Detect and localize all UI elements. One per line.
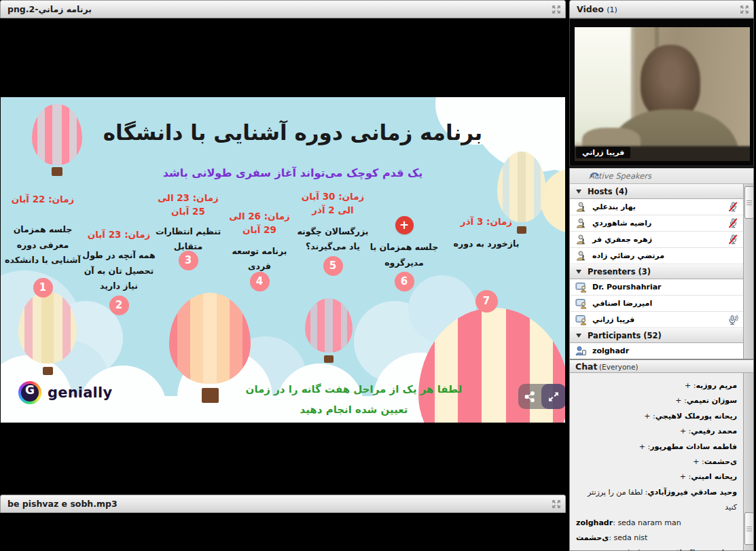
chat-message: محمد رفيعي: +: [570, 424, 743, 439]
attendee-name: اميررضا اصنافي: [592, 299, 652, 308]
share-pod-titlebar: برنامه زماني-2.png: [0, 0, 566, 18]
chat-sender-name: zolghadr: [576, 518, 613, 527]
chat-message-text: +: [639, 442, 645, 451]
attendee-row[interactable]: فريبا زراني: [570, 312, 743, 328]
chat-sender-name: فاطمه سادات مطهرپور: [650, 442, 737, 451]
slide-subtitle: یک قدم کوچک می‌تواند آغاز سفری طولانی با…: [103, 166, 483, 179]
mic-muted-icon: [727, 217, 739, 229]
timeline-step: زمان: 26 الی 29 آبانبرنامه توسعه فردی4: [225, 209, 294, 291]
host-role-icon: [575, 250, 587, 262]
attendees-scroll-thumb[interactable]: [744, 186, 754, 219]
attendee-row[interactable]: مرتضي رضائي زاده: [570, 248, 743, 264]
step-date-label: +: [395, 216, 414, 234]
shared-slide: برنامه زمانی دوره آشنایی با دانشگاه یک ق…: [1, 97, 565, 423]
mic-muted-icon: [727, 201, 739, 213]
attendee-section-header[interactable]: Participants (52): [570, 328, 743, 343]
slide-footer-note: لطفا هر یک از مراحل هفت گانه را در زمان …: [198, 379, 510, 420]
chat-scroll-thumb[interactable]: [744, 512, 754, 545]
attendee-row[interactable]: zolghadr: [570, 343, 743, 359]
presenter-role-icon: [575, 281, 587, 293]
step-date-label: زمان: 3 آذر: [442, 215, 530, 228]
attendee-name: zolghadr: [592, 346, 629, 355]
attendee-row[interactable]: راضيه شاهوردي: [570, 215, 743, 232]
step-description: بازخورد به دوره: [442, 236, 530, 252]
timeline-step: زمان: 30 آبان الی 2 آذربزرگسالان چگونه ی…: [295, 190, 370, 276]
audio-pod-content: [0, 513, 566, 551]
chat-message-text: +: [693, 457, 699, 466]
genially-logo[interactable]: G genially: [18, 381, 112, 404]
share-button[interactable]: [518, 384, 541, 409]
hot-air-balloon: [32, 104, 82, 176]
chat-message: zolghadr: seda naram man: [570, 516, 743, 531]
collapse-triangle-icon: [576, 334, 581, 338]
section-label: Presenters (3): [588, 267, 651, 277]
step-number-badge: 2: [109, 296, 129, 315]
hot-air-balloon: [18, 291, 77, 375]
chat-sender-name: ريحانه پورملک لاهيجي: [655, 548, 737, 551]
step-date-label: زمان: 26 الی 29 آبان: [225, 209, 294, 237]
step-date-label: زمان: 23 الی 25 آبان: [154, 191, 222, 219]
chat-messages: مريم روزبه: +سوزان نعيمي: +ريحانه پورملک…: [570, 373, 743, 551]
step-number-badge: 6: [395, 272, 414, 291]
chat-message-text: +: [685, 381, 691, 390]
pod-expand-icon-glyph: [739, 4, 750, 15]
attendee-row[interactable]: بهار بندعلي: [570, 199, 743, 215]
attendee-row[interactable]: Dr. Pourshahriar: [570, 279, 743, 296]
section-label: Participants (52): [588, 331, 662, 340]
audio-pod-expand-button[interactable]: [551, 499, 562, 510]
chat-message-text: +: [680, 427, 686, 436]
chat-title: Chat: [575, 361, 597, 372]
attendee-row[interactable]: زهره جعفري فر: [570, 232, 743, 248]
attendee-row[interactable]: اميررضا اصنافي: [570, 296, 743, 312]
chat-sender-name: ريحانه پورملک لاهيجي: [655, 412, 737, 421]
timeline-step: +جلسه همزمان با مدیرگروه6: [367, 216, 441, 291]
share-pod-expand-button[interactable]: [551, 4, 562, 15]
attendee-name: بهار بندعلي: [592, 202, 636, 211]
hot-air-balloon: [305, 298, 353, 363]
chat-message: فاطمه سادات مطهرپور: +: [570, 440, 743, 455]
genially-logo-icon: G: [18, 381, 41, 404]
timeline-step: زمان: 23 الی 25 آبانتنظیم انتظارات متقاب…: [154, 191, 222, 270]
step-number-badge: 7: [475, 290, 498, 313]
participant-role-icon: [575, 345, 587, 357]
chat-pod: Chat (Everyone) مريم روزبه: +سوزان نعيمي…: [569, 359, 754, 551]
video-count: (1): [607, 5, 617, 14]
pod-expand-icon-glyph: [551, 499, 562, 510]
step-description: جلسه همزمان معرفی دوره آشنایی با دانشکده: [3, 222, 82, 268]
chat-sender-name: سوزان نعيمي: [687, 396, 737, 405]
video-pod-expand-button[interactable]: [739, 4, 750, 15]
video-pod-titlebar: Video (1): [569, 0, 754, 18]
step-number-badge: 4: [250, 272, 270, 291]
section-label: Hosts (4): [588, 187, 628, 196]
chat-message: ی‌حشمت: +: [570, 455, 743, 469]
chat-sender-name: ی‌حشمت: [704, 457, 737, 466]
genially-logo-text: genially: [48, 385, 112, 401]
chat-sender-name: ی‌حشمت: [576, 533, 609, 542]
chat-message-text: صدا نداریم: [617, 548, 650, 551]
attendee-list: Hosts (4)بهار بندعليراضيه شاهورديزهره جع…: [570, 184, 743, 359]
chat-message: ريحانه اميني: +: [570, 469, 743, 484]
person-in-video: [641, 45, 700, 120]
slide-action-buttons: [518, 384, 565, 409]
chat-sender-name: مريم روزبه: [696, 381, 737, 390]
mic-active-icon: [727, 314, 739, 325]
slide-title: برنامه زمانی دوره آشنایی با دانشگاه: [103, 120, 483, 145]
attendee-name: Dr. Pourshahriar: [592, 283, 662, 291]
chat-message: ريحانه پورملک لاهيجي: صدا نداریم: [570, 546, 743, 551]
attendee-section-header[interactable]: Presenters (3): [570, 264, 743, 279]
chat-titlebar: Chat (Everyone): [570, 360, 753, 373]
attendee-name: راضيه شاهوردي: [592, 219, 651, 228]
step-number-badge: 5: [323, 256, 343, 276]
fullscreen-button[interactable]: [541, 384, 565, 409]
step-description: بزرگسالان چگونه یاد می‌گیرند؟: [295, 224, 370, 255]
chat-scrollbar[interactable]: [743, 373, 753, 550]
attendee-section-header[interactable]: Hosts (4): [570, 184, 743, 199]
conference-window: { "colors": { "accent_red": "#e6392b", "…: [0, 0, 756, 551]
attendees-scrollbar[interactable]: [743, 184, 753, 359]
video-name-tag: فريبا زراني: [576, 147, 630, 158]
video-pod-title: Video (1): [577, 4, 617, 14]
chat-message-text: +: [680, 472, 686, 481]
chat-message-text: +: [644, 412, 650, 421]
chat-message: وحيد صادقي فيروزآبادي: لطفا من را پرزنتر…: [570, 485, 743, 516]
share-icon: [524, 391, 536, 403]
